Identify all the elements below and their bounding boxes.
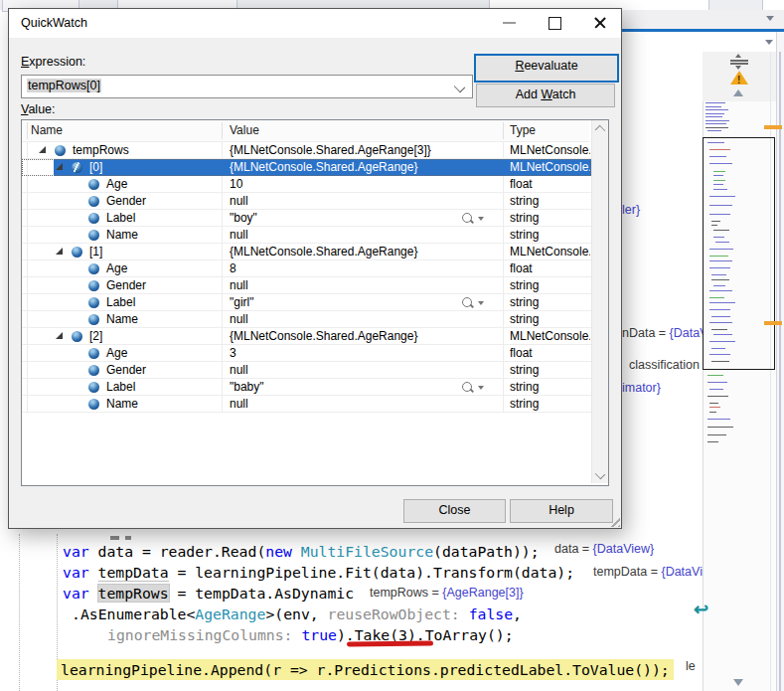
table-row[interactable]: [1]{MLNetConsole.Shared.AgeRange}MLNetCo… — [22, 244, 591, 260]
scroll-up-icon[interactable] — [595, 125, 605, 135]
table-row[interactable]: [0]{MLNetConsole.Shared.AgeRange}MLNetCo… — [22, 159, 591, 176]
magnifier-icon[interactable] — [462, 213, 472, 223]
editor-split-handle-icon[interactable] — [735, 66, 741, 70]
row-name: Age — [106, 345, 127, 361]
add-watch-button[interactable]: Add Watch — [476, 84, 615, 107]
tree-scrollbar[interactable] — [591, 120, 608, 483]
table-row[interactable]: Label"girl"string — [22, 294, 591, 311]
table-row[interactable]: Age8float — [22, 260, 591, 277]
minimap-code-line — [706, 106, 721, 107]
close-button[interactable]: Close — [403, 499, 506, 523]
table-row[interactable]: Label"baby"string — [22, 379, 591, 396]
row-value: 3 — [230, 345, 236, 361]
magnifier-icon[interactable] — [462, 297, 472, 307]
table-row[interactable]: Label"boy"string — [22, 210, 591, 227]
column-header-type[interactable]: Type — [510, 123, 536, 137]
row-type: MLNetConsole... — [510, 328, 590, 344]
code-line[interactable]: var tempData = learningPipeline.Fit(data… — [63, 563, 574, 582]
code-line[interactable]: learningPipeline.Append(r => r.Predictio… — [57, 659, 674, 680]
row-type: MLNetConsole... — [510, 159, 590, 175]
scroll-down-icon[interactable] — [595, 469, 605, 479]
debug-value-annotation: imator} — [622, 381, 661, 395]
row-type: string — [510, 294, 590, 310]
editor-split-handle-icon[interactable] — [730, 60, 748, 62]
table-row[interactable]: [2]{MLNetConsole.Shared.AgeRange}MLNetCo… — [22, 328, 591, 345]
row-name: Age — [106, 176, 127, 192]
table-row[interactable]: Age10float — [22, 176, 591, 193]
object-icon — [88, 382, 99, 393]
row-name: Name — [106, 227, 138, 243]
table-row[interactable]: Gendernullstring — [22, 362, 591, 379]
tree-header[interactable]: Name Value Type — [22, 120, 589, 142]
chevron-down-icon[interactable] — [766, 16, 774, 21]
minimap-code-line — [706, 109, 728, 110]
expand-arrow-icon[interactable] — [56, 332, 63, 339]
row-type: string — [510, 227, 590, 243]
expand-arrow-icon[interactable] — [56, 163, 63, 170]
table-row[interactable]: tempRows{MLNetConsole.Shared.AgeRange[3]… — [22, 142, 591, 159]
row-name: Age — [106, 260, 127, 276]
expression-combobox[interactable]: tempRows[0] — [21, 75, 473, 98]
chevron-down-icon[interactable] — [765, 40, 773, 45]
scroll-down-icon[interactable] — [733, 679, 743, 686]
table-row[interactable]: Gendernullstring — [22, 193, 591, 210]
table-row[interactable]: Namenullstring — [22, 311, 591, 328]
row-name: [1] — [89, 244, 102, 259]
minimap-code-line — [706, 113, 724, 114]
column-header-value[interactable]: Value — [230, 123, 259, 137]
editor-split-handle-icon[interactable] — [735, 54, 741, 58]
row-value: null — [230, 227, 248, 243]
code-line[interactable]: .AsEnumerable<AgeRange>(env, reuseRowObj… — [72, 605, 522, 623]
editor-split-handle-icon[interactable] — [730, 63, 748, 65]
row-value: 10 — [230, 176, 242, 192]
scrollbar-line — [779, 52, 781, 691]
magnifier-dropdown-icon[interactable] — [478, 301, 484, 305]
column-header-name[interactable]: Name — [31, 123, 63, 137]
tree-body: tempRows{MLNetConsole.Shared.AgeRange[3]… — [22, 142, 591, 413]
row-name: [2] — [89, 328, 102, 344]
table-row[interactable]: Age3float — [22, 345, 591, 362]
minimize-icon[interactable] — [503, 22, 516, 24]
minimap-code-line — [706, 120, 729, 121]
row-value: null — [230, 193, 248, 209]
maximize-icon[interactable] — [549, 17, 561, 30]
row-value: null — [230, 396, 248, 412]
chevron-down-icon[interactable] — [454, 82, 465, 92]
minimap-code-line — [706, 102, 725, 103]
quickwatch-dialog: QuickWatch Expression: tempRows[0] Reeva… — [8, 8, 622, 529]
table-row[interactable]: Namenullstring — [22, 396, 591, 413]
magnifier-icon[interactable] — [462, 382, 472, 392]
dialog-title: QuickWatch — [21, 16, 87, 30]
help-button[interactable]: Help — [510, 499, 613, 523]
row-value: {MLNetConsole.Shared.AgeRange} — [230, 244, 417, 259]
object-icon — [55, 145, 66, 156]
object-icon — [88, 179, 99, 190]
expand-arrow-icon[interactable] — [56, 248, 63, 255]
row-name: Name — [106, 311, 138, 327]
reevaluate-button[interactable]: Reevaluate — [474, 54, 619, 83]
scroll-up-icon[interactable] — [733, 89, 743, 96]
row-name: tempRows — [73, 142, 129, 158]
close-icon[interactable] — [593, 16, 607, 30]
row-type: string — [510, 396, 590, 412]
code-line[interactable]: var tempRows = tempData.AsDynamic — [63, 584, 354, 603]
row-type: string — [510, 193, 590, 209]
expression-label: Expression: — [21, 55, 85, 69]
object-icon — [88, 297, 99, 308]
dialog-titlebar[interactable]: QuickWatch — [9, 9, 621, 38]
minimap-code-line — [707, 382, 727, 383]
row-name: Name — [106, 396, 138, 412]
magnifier-dropdown-icon[interactable] — [478, 386, 484, 390]
row-type: string — [510, 277, 590, 293]
object-icon — [72, 162, 82, 173]
value-label: Value: — [21, 102, 56, 116]
magnifier-dropdown-icon[interactable] — [478, 217, 484, 221]
table-row[interactable]: Gendernullstring — [22, 277, 591, 294]
code-line[interactable]: var data = reader.Read(new MultiFileSour… — [63, 542, 540, 561]
code-line[interactable]: ignoreMissingColumns: true).Take(3).ToAr… — [107, 625, 514, 644]
expand-arrow-icon[interactable] — [39, 146, 46, 153]
minimap-code-line — [709, 389, 723, 390]
table-row[interactable]: Namenullstring — [22, 227, 591, 244]
minimap-viewport[interactable] — [703, 137, 775, 370]
object-icon — [88, 348, 99, 359]
